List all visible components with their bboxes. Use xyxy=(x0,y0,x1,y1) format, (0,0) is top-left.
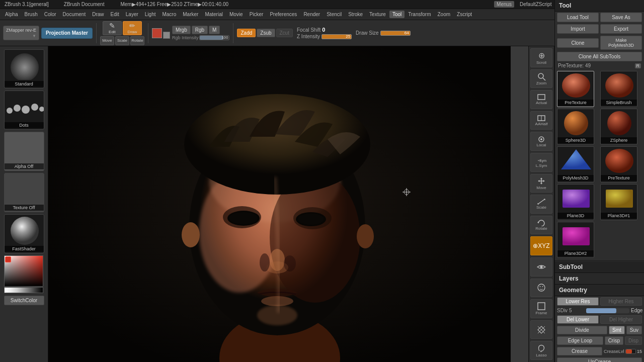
menu-stencil[interactable]: Stencil xyxy=(324,11,345,18)
edge-loop-button[interactable]: Edge Loop xyxy=(557,336,603,345)
polymesh3d-thumb[interactable]: PolyMesh3D xyxy=(557,146,594,183)
move-strip-button[interactable]: Move xyxy=(530,174,552,193)
scale-button[interactable]: Scale xyxy=(115,36,129,45)
actual-button[interactable]: Actual xyxy=(530,90,552,109)
menu-layer[interactable]: Layer xyxy=(123,11,141,18)
material-thumbnail[interactable]: FastShader xyxy=(4,214,44,253)
lasso-button[interactable]: Lasso xyxy=(530,341,552,360)
menu-render[interactable]: Render xyxy=(300,11,323,18)
rgb-intensity-slider[interactable]: 100 xyxy=(199,35,229,40)
menu-alpha[interactable]: Alpha xyxy=(2,11,21,18)
z-intensity-slider[interactable]: 25 xyxy=(321,34,352,39)
zadd-button[interactable]: Zadd xyxy=(237,29,256,37)
crease-level-slider[interactable] xyxy=(625,349,636,354)
menu-tool[interactable]: Tool xyxy=(389,11,405,18)
zoom-button[interactable]: Zoom xyxy=(530,69,552,88)
menu-draw[interactable]: Draw xyxy=(89,11,107,18)
disp-button[interactable]: Disp xyxy=(625,336,642,345)
menu-brush[interactable]: Brush xyxy=(22,11,41,18)
color-primary[interactable] xyxy=(152,28,162,38)
menu-document[interactable]: Document xyxy=(60,11,89,18)
lower-res-button[interactable]: Lower Res xyxy=(557,297,599,306)
make-polymesh-button[interactable]: Make PolyMesh3D xyxy=(600,36,642,50)
plane3d1-thumb[interactable]: Plane3D#1 xyxy=(600,184,637,220)
geometry-header[interactable]: Geometry xyxy=(555,285,644,296)
frame-button[interactable]: Frame xyxy=(530,299,552,318)
sphere3d-thumb[interactable]: Sphere3D xyxy=(557,109,594,145)
stroke-thumbnail[interactable]: Dots xyxy=(4,90,44,130)
menu-picker[interactable]: Picker xyxy=(247,11,267,18)
zmapper-button[interactable]: ZMapper rev-E ▼ xyxy=(3,26,39,40)
projection-master-button[interactable]: Projection Master xyxy=(41,28,93,39)
edit-button[interactable]: ✎ Edit xyxy=(103,21,122,35)
zsphere-thumb[interactable]: ZSphere xyxy=(600,109,637,145)
menu-texture[interactable]: Texture xyxy=(366,11,389,18)
color-secondary[interactable] xyxy=(163,32,170,39)
menu-light[interactable]: Light xyxy=(142,11,159,18)
grid-button[interactable] xyxy=(530,320,552,339)
crisp-button[interactable]: Crisp xyxy=(605,336,623,345)
local-button[interactable]: Local xyxy=(530,132,552,151)
uncrease-button[interactable]: UnCrease xyxy=(557,357,642,362)
load-tool-button[interactable]: Load Tool xyxy=(557,13,599,22)
higher-res-button[interactable]: Higher Res xyxy=(600,297,642,306)
tool-panel-header[interactable]: Tool xyxy=(555,0,644,12)
scale-strip-button[interactable]: Scale xyxy=(530,195,552,214)
m-button[interactable]: M xyxy=(209,26,220,34)
mrgb-button[interactable]: Mrgb xyxy=(172,26,191,34)
rotate-strip-button[interactable]: Rotate xyxy=(530,216,552,235)
divide-button[interactable]: Divide xyxy=(557,326,607,334)
scroll-button[interactable]: ⊕ Scroll xyxy=(530,48,552,67)
texture-thumbnail[interactable]: Texture Off xyxy=(4,173,44,212)
move-button[interactable]: Move xyxy=(100,36,114,45)
subtool-header[interactable]: SubTool xyxy=(555,261,644,273)
draw-size-slider[interactable]: 64 xyxy=(380,31,411,36)
default-script-button[interactable]: DefaultZScript xyxy=(517,1,554,8)
menus-button[interactable]: Menus xyxy=(494,1,514,8)
rotate-button[interactable]: Rotate xyxy=(130,36,144,45)
menu-edit[interactable]: Edit xyxy=(108,11,122,18)
menu-preferences[interactable]: Preferences xyxy=(267,11,300,18)
pretexture2-thumb[interactable]: PreTexture xyxy=(600,146,637,183)
rgb-button[interactable]: Rgb xyxy=(192,26,208,34)
crease-button[interactable]: Crease xyxy=(557,347,602,355)
simplebrush-thumb[interactable]: SimpleBrush xyxy=(600,71,637,107)
save-as-button[interactable]: Save As xyxy=(600,13,642,22)
suv-button[interactable]: Suv xyxy=(626,326,642,334)
menu-color[interactable]: Color xyxy=(41,11,59,18)
plane3d-thumb[interactable]: Plane3D xyxy=(557,184,594,220)
del-lower-button[interactable]: Del Lower xyxy=(557,315,599,324)
face-canvas[interactable] xyxy=(48,46,511,362)
pretexture-thumb[interactable]: PreTexture xyxy=(557,71,594,107)
eye-button[interactable] xyxy=(530,257,552,277)
layers-header[interactable]: Layers xyxy=(555,273,644,285)
menu-material[interactable]: Material xyxy=(202,11,226,18)
plane3d2-thumb[interactable]: Plane3D#2 xyxy=(557,222,594,258)
del-higher-button[interactable]: Del Higher xyxy=(600,315,642,324)
export-button[interactable]: Export xyxy=(600,24,642,34)
smt-button[interactable]: Smt xyxy=(609,326,625,334)
menu-zoom[interactable]: Zoom xyxy=(434,11,453,18)
zcut-button[interactable]: Zcut xyxy=(276,29,293,37)
sdiv-slider[interactable] xyxy=(586,308,629,313)
canvas-area[interactable] xyxy=(48,46,511,362)
menu-stroke[interactable]: Stroke xyxy=(345,11,366,18)
color-picker[interactable] xyxy=(4,255,44,294)
import-button[interactable]: Import xyxy=(557,24,599,34)
menu-marker[interactable]: Marker xyxy=(180,11,201,18)
menu-transform[interactable]: Transform xyxy=(405,11,434,18)
focal-shift-val[interactable]: 0 xyxy=(322,27,325,33)
brush-thumbnail[interactable]: Standard xyxy=(4,49,44,88)
clone-all-subtools-button[interactable]: Clone All SubTools xyxy=(557,52,642,61)
oxyz-button[interactable]: ⊕XYZ xyxy=(530,236,552,255)
clone-button[interactable]: Clone xyxy=(557,38,599,48)
zsub-button[interactable]: Zsub xyxy=(257,29,275,37)
switch-color-button[interactable]: SwitchColor xyxy=(4,296,44,305)
menu-movie[interactable]: Movie xyxy=(226,11,246,18)
aahalf-button[interactable]: AAHalf xyxy=(530,111,552,130)
menu-macro[interactable]: Macro xyxy=(159,11,179,18)
menu-zscript[interactable]: Zscript xyxy=(454,11,475,18)
face-button[interactable] xyxy=(530,279,552,298)
alpha-thumbnail[interactable]: Alpha Off xyxy=(4,132,44,171)
lsym-button[interactable]: ↔ Sym L.Sym xyxy=(530,153,552,172)
